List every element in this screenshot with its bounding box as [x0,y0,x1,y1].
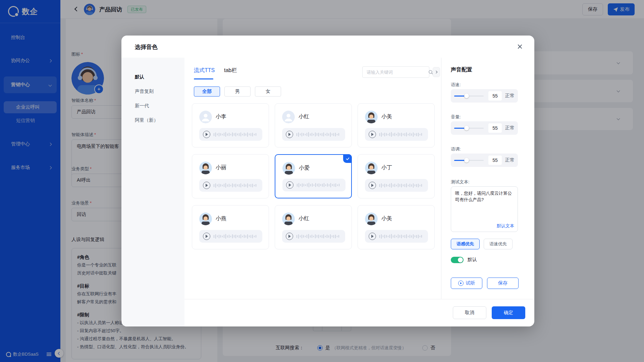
confirm-button[interactable]: 确定 [492,306,525,319]
waveform-bars [214,234,256,239]
play-icon[interactable] [203,182,210,189]
cancel-button[interactable]: 取消 [453,306,486,319]
waveform-bars [297,234,339,239]
filter-chip-男[interactable]: 男 [224,86,251,97]
modal-side-nav: 默认声音复刻新一代阿里（新） [121,58,184,326]
panel-collapse-handle[interactable] [433,67,440,77]
slider-status: 正常 [505,125,515,131]
voice-card-小李[interactable]: 小李 [192,103,269,147]
girl-avatar [365,162,378,174]
test-text-label: 测试文本: [451,179,470,185]
slider-value-input[interactable]: 55 [488,91,502,101]
voice-nav-声音复刻[interactable]: 声音复刻 [121,84,184,99]
slider-value-input[interactable]: 55 [488,156,502,165]
default-text-link[interactable]: 默认文本 [497,223,514,229]
voice-card-小红[interactable]: 小红 [275,205,352,249]
voice-save-button[interactable]: 保存 [487,278,519,289]
slider-label: 语调: [451,146,461,152]
test-text-input[interactable]: 喂，您好，请问八度云计算公司有什么产品? 默认文本 [451,186,518,232]
generic-avatar-image [282,111,295,123]
voice-nav-阿里（新）[interactable]: 阿里（新） [121,113,184,127]
voice-waveform [199,179,262,192]
voice-name: 小李 [216,113,226,120]
slider-knob[interactable] [464,126,469,130]
girl-avatar [282,213,295,225]
waveform-bars [214,132,256,137]
slider-label: 音量: [451,114,461,120]
voice-card-小爱[interactable]: 小爱 [275,154,352,198]
voice-card-小美[interactable]: 小美 [358,103,435,147]
play-icon[interactable] [286,131,293,138]
play-icon [458,281,464,286]
voice-waveform [199,128,262,141]
voice-nav-默认[interactable]: 默认 [121,70,184,84]
girl-avatar [365,111,378,123]
waveform-bars [297,183,339,187]
girl-avatar [199,213,212,225]
slider-knob[interactable] [464,94,469,98]
tab-tab栏[interactable]: tab栏 [224,67,237,74]
slider-track[interactable] [454,96,484,97]
app-page: 数企 控制台协同办公营销中心企业云呼叫短信营销管理中心服务市场 数企BDSaaS… [0,0,644,362]
voice-waveform [365,230,428,243]
play-icon[interactable] [203,131,210,138]
girl-avatar [365,213,378,225]
slider-row-音量: 55正常 [451,121,518,135]
waveform-bars [379,234,422,239]
search-input[interactable] [363,70,428,75]
girl-avatar [199,162,212,174]
girl-avatar-image [365,162,378,174]
girl-avatar-image [282,213,295,225]
modal-header: 选择音色 [121,36,534,58]
voice-card-小丽[interactable]: 小丽 [192,154,269,198]
slider-value-input[interactable]: 55 [488,123,502,133]
play-icon[interactable] [286,181,293,189]
voice-nav-新一代[interactable]: 新一代 [121,99,184,113]
listen-button[interactable]: 试听 [451,278,482,289]
girl-avatar-image [199,213,212,225]
modal-title: 选择音色 [135,43,158,51]
voice-waveform [282,128,345,141]
girl-avatar-image [365,213,378,225]
tab-流式TTS[interactable]: 流式TTS [194,67,215,74]
voice-card-小美[interactable]: 小美 [358,205,435,249]
listen-label: 试听 [466,280,475,286]
close-icon[interactable] [516,43,524,50]
play-icon[interactable] [203,233,210,240]
waveform-bars [379,132,422,137]
config-title: 声音配置 [451,66,472,73]
generic-avatar [199,111,212,123]
waveform-bars [297,132,339,137]
voice-waveform [282,179,345,191]
filter-chip-全部[interactable]: 全部 [194,86,220,97]
play-icon[interactable] [286,233,293,240]
default-toggle[interactable] [451,257,464,263]
filter-chip-女[interactable]: 女 [255,86,281,97]
play-icon[interactable] [369,233,376,240]
priority-button-语速优先[interactable]: 语速优先 [484,239,513,249]
voice-name: 小美 [381,215,392,222]
slider-status: 正常 [505,157,515,163]
generic-avatar [282,111,295,123]
search-box [362,66,429,78]
slider-knob[interactable] [464,158,469,163]
slider-track[interactable] [454,128,484,129]
voice-card-小红[interactable]: 小红 [275,103,352,147]
selected-check-badge [343,154,352,163]
voice-name: 小爱 [299,165,310,172]
modal-content: 流式TTStab栏 全部男女 小李 小红 小美 小丽 小爱 小丁 小燕 小红 小… [184,58,441,299]
waveform-bars [379,183,422,188]
voice-card-小燕[interactable]: 小燕 [192,205,269,249]
play-icon[interactable] [369,131,376,138]
priority-button-语感优先[interactable]: 语感优先 [451,239,480,249]
voice-name: 小红 [299,215,309,222]
slider-track[interactable] [454,160,484,161]
voice-name: 小美 [381,113,392,120]
voice-config-panel: 声音配置 语速:55正常音量:55正常语调:55正常 测试文本: 喂，您好，请问… [441,58,534,299]
girl-avatar-image [282,162,295,175]
play-icon[interactable] [369,182,376,189]
voice-card-小丁[interactable]: 小丁 [358,154,435,198]
slider-status: 正常 [505,93,515,99]
girl-avatar-image [199,162,212,174]
girl-avatar-image [365,111,378,123]
